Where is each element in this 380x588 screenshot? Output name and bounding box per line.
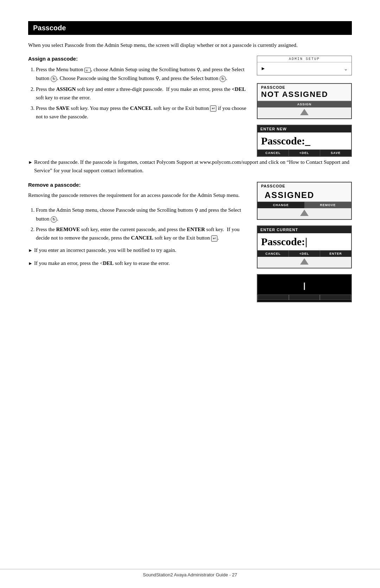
remove-note-2: ► If you make an error, press the <DEL s…	[28, 259, 246, 267]
save-key-1: SAVE	[320, 150, 351, 156]
black-bar-keys	[258, 295, 351, 300]
enter-new-label: ENTER NEW	[258, 125, 351, 132]
cancel-softkey-label: CANCEL	[130, 105, 152, 111]
admin-chevron-icon: ⌄	[344, 66, 348, 72]
remove-intro: Removing the passcode removes the requir…	[28, 191, 246, 199]
page-container: Passcode When you select Passcode from t…	[0, 0, 380, 588]
black-key-2	[289, 295, 320, 300]
enter-new-softkeys: CANCEL <DEL SAVE	[258, 149, 351, 156]
enter-current-value: Passcode:|	[258, 233, 351, 249]
assigned-status: ASSIGNED	[261, 189, 348, 200]
del-key-2: <DEL	[289, 250, 320, 257]
save-softkey-label: SAVE	[56, 105, 70, 111]
enter-current-screen: ENTER CURRENT Passcode:| CANCEL <DEL ENT…	[257, 225, 352, 268]
remove-note-text-1: If you enter an incorrect passcode, you …	[34, 246, 176, 254]
admin-setup-screen: ADMIN SETUP ► ⌄	[257, 56, 352, 75]
up-arrow-icon-1	[300, 109, 309, 115]
note-bullet-icon-2: ►	[28, 247, 33, 254]
arrow-up-3	[258, 257, 351, 268]
page-footer: SoundStation2 Avaya Administrator Guide …	[0, 569, 380, 577]
remove-right-col: PASSCODE ASSIGNED CHANGE REMOVE ENTER CU…	[257, 182, 352, 302]
assigned-screen: PASSCODE ASSIGNED CHANGE REMOVE	[257, 182, 352, 220]
menu-icon	[84, 68, 91, 73]
assign-step-2: Press the ASSIGN soft key and enter a th…	[36, 85, 246, 102]
not-assigned-screen: PASSCODE NOT ASSIGNED ASSIGN	[257, 83, 352, 119]
admin-body: ► ⌄	[257, 62, 352, 75]
cancel-key-2: CANCEL	[258, 250, 289, 257]
scroll-icon-2: ⚲	[156, 75, 159, 82]
enter-new-screen: ENTER NEW Passcode:_ CANCEL <DEL SAVE	[257, 125, 352, 157]
remove-left-col: Remove a passcode: Removing the passcode…	[28, 182, 246, 273]
arrow-up-2	[258, 208, 351, 219]
assigned-block: PASSCODE ASSIGNED	[258, 182, 351, 200]
passcode-label-2: PASSCODE	[261, 184, 348, 188]
remove-note-1: ► If you enter an incorrect passcode, yo…	[28, 246, 246, 254]
enter-current-softkeys: CANCEL <DEL ENTER	[258, 250, 351, 257]
remove-key: REMOVE	[305, 202, 352, 208]
assign-note-text: Record the passcode. If the passcode is …	[34, 158, 352, 175]
remove-step-1: From the Admin Setup menu, choose Passco…	[36, 206, 246, 223]
assign-softkey-label: ASSIGN	[56, 86, 76, 92]
not-assigned-softkeys: ASSIGN	[258, 101, 351, 107]
assign-step-1: Press the Menu button , choose Admin Set…	[36, 65, 246, 83]
assign-left-col: Assign a passcode: Press the Menu button…	[28, 56, 246, 125]
exit-icon-1: ↩	[210, 105, 216, 112]
up-arrow-icon-3	[300, 258, 309, 265]
remove-heading: Remove a passcode:	[28, 182, 246, 188]
remove-steps-list: From the Admin Setup menu, choose Passco…	[28, 206, 246, 242]
passcode-label-1: PASSCODE	[261, 85, 348, 89]
assign-section: Assign a passcode: Press the Menu button…	[28, 56, 352, 157]
up-arrow-icon-2	[300, 210, 309, 216]
change-key: CHANGE	[258, 202, 305, 208]
assign-right-col: ADMIN SETUP ► ⌄ PASSCODE NOT ASSIGNED AS…	[257, 56, 352, 157]
remove-note-text-2: If you make an error, press the <DEL sof…	[34, 259, 170, 267]
enter-key: ENTER	[320, 250, 351, 257]
not-assigned-status: NOT ASSIGNED	[261, 90, 348, 99]
cancel-softkey-label-2: CAN​CEL	[131, 235, 153, 241]
remove-step-2: Press the REMOVE soft key, enter the cur…	[36, 225, 246, 242]
cancel-key-1: CANCEL	[258, 150, 289, 156]
enter-new-value: Passcode:_	[258, 132, 351, 148]
black-key-1	[258, 295, 289, 300]
assign-note-para: ► Record the passcode. If the passcode i…	[28, 158, 352, 175]
note-bullet-icon-3: ►	[28, 260, 33, 267]
remove-softkey-label: REMOVE	[56, 227, 80, 232]
assigned-softkeys: CHANGE REMOVE	[258, 202, 351, 208]
black-key-3	[320, 295, 351, 300]
black-bar-cursor: |	[258, 282, 351, 291]
assign-step-3: Press the SAVE soft key. You may press t…	[36, 104, 246, 121]
del-softkey-label: <DEL	[232, 86, 246, 92]
enter-current-label: ENTER CURRENT	[258, 226, 351, 233]
del-bold: DEL	[103, 260, 114, 266]
del-key-1: <DEL	[289, 150, 320, 156]
exit-icon-2: ↩	[211, 235, 217, 242]
scroll-icon-3: ⚲	[195, 207, 198, 215]
remove-section: Remove a passcode: Removing the passcode…	[28, 182, 352, 302]
page-title: Passcode	[28, 21, 352, 35]
select-icon-3: ↻	[51, 216, 57, 223]
select-icon-1: ↻	[51, 76, 57, 82]
remove-two-col: Remove a passcode: Removing the passcode…	[28, 182, 352, 302]
assign-key: ASSIGN	[258, 101, 351, 107]
not-assigned-block: PASSCODE NOT ASSIGNED	[258, 84, 351, 99]
select-icon-2: ↻	[220, 76, 226, 82]
intro-paragraph: When you select Passcode from the Admin …	[28, 41, 352, 49]
black-bar-screen: |	[257, 274, 352, 302]
admin-arrow-icon: ►	[261, 66, 266, 72]
admin-top-label: ADMIN SETUP	[257, 56, 352, 62]
scroll-icon-1: ⚲	[197, 66, 200, 74]
assign-note: ► Record the passcode. If the passcode i…	[28, 158, 352, 175]
enter-softkey-label: ENTER	[187, 227, 205, 232]
note-bullet-icon: ►	[28, 159, 33, 175]
arrow-up-1	[258, 107, 351, 118]
assign-heading: Assign a passcode:	[28, 56, 246, 62]
assign-steps-list: Press the Menu button , choose Admin Set…	[28, 65, 246, 121]
